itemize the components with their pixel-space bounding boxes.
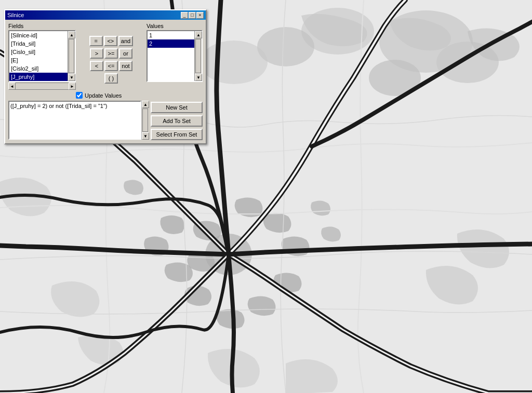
op-not[interactable]: not <box>119 61 132 71</box>
values-item-1[interactable]: 1 <box>148 31 194 39</box>
expression-scrollbar[interactable]: ▲ ▼ <box>141 101 149 140</box>
values-listbox[interactable]: 1 2 <box>148 31 194 81</box>
values-scroll-down[interactable]: ▼ <box>195 74 202 81</box>
add-to-set-button[interactable]: Add To Set <box>151 115 203 127</box>
expression-box[interactable]: ([J_pruhy] = 2) or not ([Trida_sil] = "1… <box>8 101 141 140</box>
fields-item-cislo2-sil[interactable]: [Cislo2_sil] <box>9 64 68 73</box>
expr-scroll-down[interactable]: ▼ <box>142 132 149 140</box>
maximize-button[interactable]: □ <box>189 12 196 19</box>
expr-scroll-up[interactable]: ▲ <box>142 101 149 108</box>
op-parens[interactable]: ( ) <box>104 73 118 84</box>
fields-scroll-up[interactable]: ▲ <box>68 31 75 38</box>
op-lessequal[interactable]: <= <box>104 61 118 71</box>
query-dialog: Silnice _ □ × Fields Values [Silnice-id <box>4 9 207 144</box>
fields-item-cislo-sil[interactable]: [Cislo_sil] <box>9 48 68 56</box>
update-values-label[interactable]: Update Values <box>85 92 122 99</box>
dialog-content: Fields Values [Silnice-id] [Trida_sil] [… <box>5 20 206 143</box>
new-set-button[interactable]: New Set <box>151 102 203 113</box>
dialog-titlebar: Silnice _ □ × <box>5 10 206 20</box>
op-greaterequal[interactable]: >= <box>104 48 118 59</box>
values-item-2[interactable]: 2 <box>148 39 194 48</box>
values-label: Values <box>147 23 164 29</box>
select-from-set-button[interactable]: Select From Set <box>151 129 203 140</box>
fields-scroll-left[interactable]: ◄ <box>8 83 16 90</box>
values-scroll-thumb[interactable] <box>195 39 201 73</box>
dialog-title: Silnice <box>7 12 24 18</box>
expression-text: ([J_pruhy] = 2) or not ([Trida_sil] = "1… <box>10 103 108 109</box>
fields-scrollbar[interactable]: ▲ ▼ <box>68 31 75 81</box>
svg-point-6 <box>200 40 268 84</box>
close-button[interactable]: × <box>196 12 204 19</box>
action-buttons: New Set Add To Set Select From Set <box>151 101 203 140</box>
fields-scroll-thumb[interactable] <box>69 39 74 73</box>
op-and[interactable]: and <box>118 36 133 46</box>
fields-label: Fields <box>8 23 23 29</box>
fields-scroll-right[interactable]: ► <box>69 83 76 90</box>
fields-scroll-down[interactable]: ▼ <box>68 74 75 81</box>
fields-item-j-pruhy[interactable]: [J_pruhy] <box>9 73 68 81</box>
titlebar-buttons: _ □ × <box>181 12 204 19</box>
fields-item-silnice-id[interactable]: [Silnice-id] <box>9 31 68 39</box>
op-equals[interactable]: = <box>89 36 103 46</box>
update-values-row: Update Values <box>76 92 203 99</box>
op-greater[interactable]: > <box>90 48 103 59</box>
fields-listbox[interactable]: [Silnice-id] [Trida_sil] [Cislo_sil] [E]… <box>9 31 68 81</box>
fields-item-e[interactable]: [E] <box>9 56 68 64</box>
fields-item-trida-sil[interactable]: [Trida_sil] <box>9 39 68 48</box>
op-or[interactable]: or <box>119 48 132 59</box>
op-notequal[interactable]: <> <box>104 36 117 46</box>
minimize-button[interactable]: _ <box>181 12 188 19</box>
update-values-checkbox[interactable] <box>76 92 83 99</box>
values-scrollbar[interactable]: ▲ ▼ <box>194 31 202 81</box>
expr-scroll-thumb[interactable] <box>142 109 148 132</box>
values-scroll-up[interactable]: ▲ <box>195 31 202 38</box>
op-less[interactable]: < <box>90 61 103 71</box>
